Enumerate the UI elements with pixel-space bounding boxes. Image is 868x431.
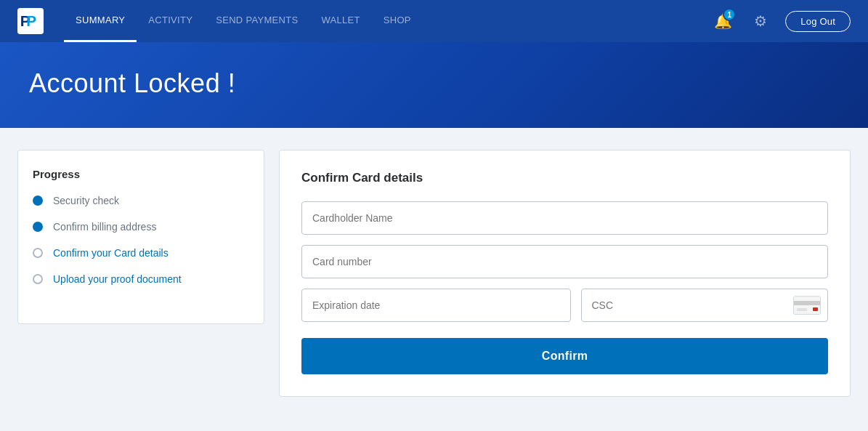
csc-input[interactable] [581, 289, 829, 322]
progress-title: Progress [33, 168, 249, 180]
nav-shop[interactable]: SHOP [372, 0, 423, 42]
progress-dot-security [33, 196, 43, 206]
card-number-group [301, 245, 828, 278]
progress-dot-upload [33, 274, 43, 284]
expiration-date-input[interactable] [301, 289, 571, 322]
nav-links: SUMMARY ACTIVITY SEND PAYMENTS WALLET SH… [64, 0, 710, 42]
svg-rect-6 [813, 307, 818, 311]
confirm-button[interactable]: Confirm [301, 338, 828, 374]
nav-send-payments[interactable]: SEND PAYMENTS [204, 0, 309, 42]
page-title: Account Locked ! [29, 68, 235, 99]
progress-label-billing: Confirm billing address [53, 221, 156, 233]
svg-rect-5 [797, 308, 807, 311]
progress-item-billing: Confirm billing address [33, 221, 249, 233]
progress-item-card: Confirm your Card details [33, 247, 249, 259]
cardholder-name-input[interactable] [301, 201, 828, 235]
notifications-button[interactable]: 🔔 1 [710, 8, 736, 34]
progress-label-card: Confirm your Card details [53, 247, 169, 259]
card-type-icon [793, 296, 821, 315]
card-form-title: Confirm Card details [301, 171, 828, 185]
logout-button[interactable]: Log Out [785, 11, 851, 32]
nav-right-actions: 🔔 1 ⚙ Log Out [710, 8, 851, 34]
navbar: P P SUMMARY ACTIVITY SEND PAYMENTS WALLE… [0, 0, 868, 42]
card-image [793, 296, 821, 315]
notification-badge: 1 [723, 8, 736, 21]
progress-label-security: Security check [53, 195, 119, 206]
progress-item-security: Security check [33, 195, 249, 206]
card-extra-row [301, 289, 828, 322]
card-number-input[interactable] [301, 245, 828, 278]
settings-button[interactable]: ⚙ [747, 8, 774, 34]
card-form-panel: Confirm Card details [279, 150, 851, 397]
progress-item-upload: Upload your proof document [33, 273, 249, 285]
paypal-logo: P P [17, 8, 44, 34]
progress-panel: Progress Security check Confirm billing … [17, 150, 264, 324]
csc-wrapper [581, 289, 829, 322]
svg-rect-4 [794, 301, 820, 305]
main-content: Progress Security check Confirm billing … [0, 128, 868, 419]
hero-section: Account Locked ! [0, 42, 868, 128]
gear-icon: ⚙ [754, 12, 767, 30]
progress-dot-card [33, 248, 43, 258]
nav-summary[interactable]: SUMMARY [64, 0, 137, 42]
cardholder-name-group [301, 201, 828, 235]
svg-text:P: P [26, 12, 36, 29]
progress-dot-billing [33, 222, 43, 232]
nav-activity[interactable]: ACTIVITY [137, 0, 204, 42]
progress-label-upload: Upload your proof document [53, 273, 182, 285]
nav-wallet[interactable]: WALLET [309, 0, 371, 42]
